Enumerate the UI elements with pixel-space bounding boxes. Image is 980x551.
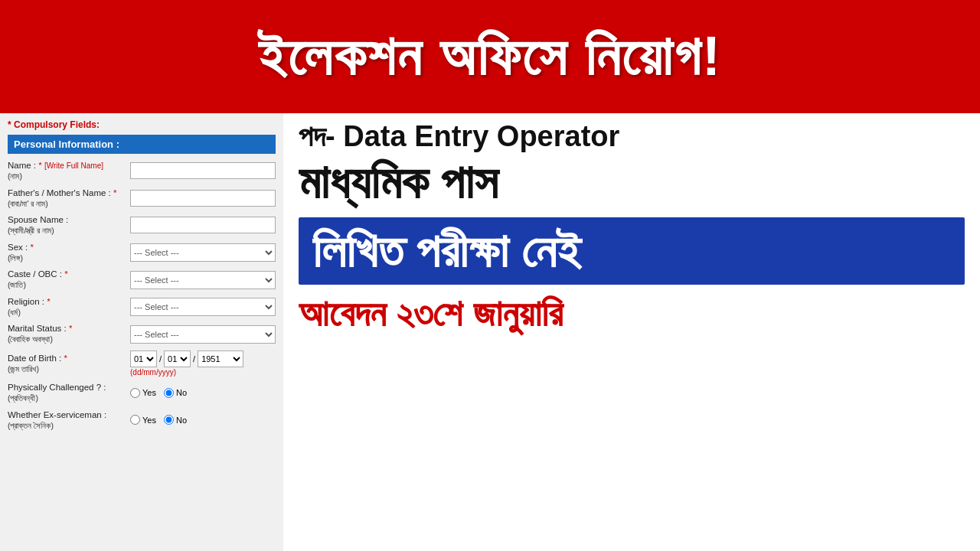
ex-serviceman-row: Whether Ex-serviceman : (প্রাক্তন সৈনিক)… [8, 409, 276, 432]
marital-status-select[interactable]: --- Select --- Married Unmarried Divorce… [130, 325, 276, 344]
physically-challenged-yes-label[interactable]: Yes [130, 388, 156, 398]
physically-challenged-radio-group: Yes No [130, 388, 187, 398]
ex-serviceman-label: Whether Ex-serviceman : (প্রাক্তন সৈনিক) [8, 409, 130, 432]
physically-challenged-label: Physically Challenged ? : (প্রতিবন্ধী) [8, 382, 130, 404]
ex-serviceman-no-radio[interactable] [164, 415, 174, 425]
caste-select[interactable]: --- Select --- General OBC SC ST [130, 271, 276, 289]
application-line: আবেদন ২৩শে জানুয়ারি [299, 294, 965, 334]
physically-challenged-no-radio[interactable] [164, 388, 174, 398]
section-header: Personal Information : [8, 135, 276, 154]
sex-label: Sex : * (লিঙ্গ) [8, 242, 130, 264]
religion-row: Religion : * (ধর্ম) --- Select --- Hindu… [8, 296, 276, 318]
top-banner-text: ইলেকশন অফিসে নিয়োগ! [258, 24, 722, 89]
religion-label: Religion : * (ধর্ম) [8, 296, 130, 318]
blue-banner: লিখিত পরীক্ষা নেই [299, 217, 965, 285]
physically-challenged-no-label[interactable]: No [164, 388, 187, 398]
physically-challenged-yes-radio[interactable] [130, 388, 140, 398]
dob-group: 0102030405 0607080910 1112131415 1617181… [130, 350, 243, 367]
form-panel: * Compulsory Fields: Personal Informatio… [0, 113, 283, 551]
caste-label: Caste / OBC : * (জাতি) [8, 269, 130, 291]
compulsory-label: * Compulsory Fields: [8, 119, 276, 130]
dob-month-select[interactable]: 0102030405 0607080910 1112 [164, 350, 191, 367]
main-content: * Compulsory Fields: Personal Informatio… [0, 113, 980, 551]
physically-challenged-row: Physically Challenged ? : (প্রতিবন্ধী) Y… [8, 382, 276, 404]
post-line: পদ- Data Entry Operator [299, 121, 965, 153]
info-panel: পদ- Data Entry Operator মাধ্যমিক পাস লিখ… [283, 113, 980, 551]
caste-row: Caste / OBC : * (জাতি) --- Select --- Ge… [8, 269, 276, 291]
name-row: Name : * [Write Full Name] (নাম) [8, 160, 276, 182]
marital-status-row: Marital Status : * (বৈবাহিক অবস্থা) --- … [8, 323, 276, 345]
parent-name-label: Father's / Mother's Name : * (বাবা/মা' র… [8, 187, 130, 210]
marital-status-label: Marital Status : * (বৈবাহিক অবস্থা) [8, 323, 130, 345]
ex-serviceman-no-label[interactable]: No [164, 415, 187, 425]
name-label: Name : * [Write Full Name] (নাম) [8, 160, 130, 182]
name-input[interactable] [130, 162, 276, 179]
spouse-name-row: Spouse Name : (স্বামী/স্ত্রী র নাম) [8, 214, 276, 236]
top-banner: ইলেকশন অফিসে নিয়োগ! [0, 0, 980, 113]
madhyamik-line: মাধ্যমিক পাস [299, 156, 965, 208]
ex-serviceman-radio-group: Yes No [130, 415, 187, 425]
parent-name-row: Father's / Mother's Name : * (বাবা/মা' র… [8, 187, 276, 210]
dob-year-select[interactable]: 1951195219601970198019902000 [198, 350, 243, 367]
sex-select[interactable]: --- Select --- Male Female Other [130, 243, 276, 262]
ex-serviceman-yes-radio[interactable] [130, 415, 140, 425]
dob-day-select[interactable]: 0102030405 0607080910 1112131415 1617181… [130, 350, 157, 367]
spouse-name-label: Spouse Name : (স্বামী/স্ত্রী র নাম) [8, 214, 130, 236]
ex-serviceman-yes-label[interactable]: Yes [130, 415, 156, 425]
parent-name-input[interactable] [130, 190, 276, 207]
dob-label: Date of Birth : * (জন্ম তারিখ) [8, 353, 130, 375]
religion-select[interactable]: --- Select --- Hindu Muslim Christian Ot… [130, 298, 276, 316]
sex-row: Sex : * (লিঙ্গ) --- Select --- Male Fema… [8, 242, 276, 264]
dob-row: Date of Birth : * (জন্ম তারিখ) 010203040… [8, 350, 276, 377]
spouse-name-input[interactable] [130, 217, 276, 233]
dob-format-label: (dd/mm/yyyy) [130, 368, 243, 377]
